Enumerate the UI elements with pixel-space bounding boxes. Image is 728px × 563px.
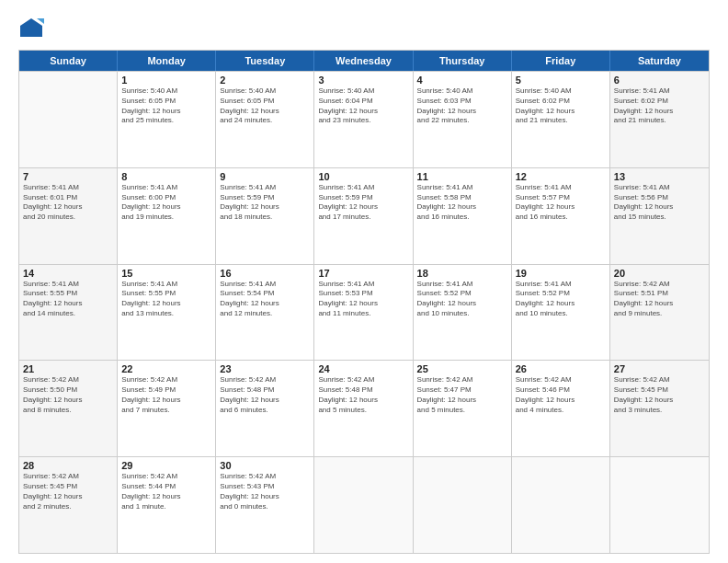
weekday-header: Sunday — [19, 51, 118, 71]
page: SundayMondayTuesdayWednesdayThursdayFrid… — [0, 0, 728, 563]
cell-day-number: 28 — [23, 460, 113, 471]
cell-day-number: 15 — [121, 268, 211, 279]
calendar-cell: 21Sunrise: 5:42 AM Sunset: 5:50 PM Dayli… — [19, 361, 118, 456]
cell-daylight-info: Sunrise: 5:42 AM Sunset: 5:48 PM Dayligh… — [318, 375, 408, 415]
cell-daylight-info: Sunrise: 5:40 AM Sunset: 6:05 PM Dayligh… — [121, 86, 211, 126]
cell-daylight-info: Sunrise: 5:42 AM Sunset: 5:49 PM Dayligh… — [121, 375, 211, 415]
weekday-header: Tuesday — [216, 51, 314, 71]
cell-daylight-info: Sunrise: 5:40 AM Sunset: 6:05 PM Dayligh… — [220, 86, 310, 126]
cell-day-number: 23 — [220, 363, 310, 374]
calendar-cell — [414, 457, 512, 553]
cell-day-number: 29 — [121, 460, 211, 471]
calendar-cell: 10Sunrise: 5:41 AM Sunset: 5:59 PM Dayli… — [314, 168, 413, 264]
weekday-header: Thursday — [414, 51, 512, 71]
header — [18, 17, 710, 42]
cell-day-number: 27 — [614, 363, 705, 374]
calendar-week: 14Sunrise: 5:41 AM Sunset: 5:55 PM Dayli… — [19, 264, 709, 361]
calendar-body: 1Sunrise: 5:40 AM Sunset: 6:05 PM Daylig… — [19, 71, 709, 553]
cell-daylight-info: Sunrise: 5:41 AM Sunset: 5:53 PM Dayligh… — [318, 280, 408, 319]
calendar-cell — [19, 72, 118, 167]
cell-day-number: 20 — [614, 268, 705, 279]
cell-daylight-info: Sunrise: 5:40 AM Sunset: 6:02 PM Dayligh… — [516, 86, 606, 126]
calendar-cell: 17Sunrise: 5:41 AM Sunset: 5:53 PM Dayli… — [314, 265, 413, 361]
cell-day-number: 16 — [220, 268, 310, 279]
calendar-cell: 6Sunrise: 5:41 AM Sunset: 6:02 PM Daylig… — [610, 72, 709, 167]
cell-daylight-info: Sunrise: 5:42 AM Sunset: 5:51 PM Dayligh… — [614, 280, 705, 319]
cell-day-number: 22 — [121, 363, 211, 374]
cell-day-number: 14 — [23, 268, 113, 279]
cell-daylight-info: Sunrise: 5:41 AM Sunset: 6:00 PM Dayligh… — [121, 183, 211, 223]
cell-day-number: 1 — [121, 75, 211, 86]
calendar-cell: 2Sunrise: 5:40 AM Sunset: 6:05 PM Daylig… — [216, 72, 314, 167]
svg-marker-0 — [20, 18, 42, 37]
cell-day-number: 6 — [614, 75, 705, 86]
cell-daylight-info: Sunrise: 5:42 AM Sunset: 5:44 PM Dayligh… — [121, 472, 211, 511]
cell-daylight-info: Sunrise: 5:41 AM Sunset: 5:59 PM Dayligh… — [220, 183, 310, 223]
cell-daylight-info: Sunrise: 5:40 AM Sunset: 6:03 PM Dayligh… — [417, 86, 507, 126]
cell-day-number: 12 — [516, 171, 606, 182]
cell-daylight-info: Sunrise: 5:41 AM Sunset: 5:58 PM Dayligh… — [417, 183, 507, 223]
cell-day-number: 9 — [220, 171, 310, 182]
cell-daylight-info: Sunrise: 5:41 AM Sunset: 5:55 PM Dayligh… — [23, 280, 113, 319]
cell-daylight-info: Sunrise: 5:41 AM Sunset: 5:57 PM Dayligh… — [516, 183, 606, 223]
calendar-week: 28Sunrise: 5:42 AM Sunset: 5:45 PM Dayli… — [19, 456, 709, 553]
calendar-cell: 14Sunrise: 5:41 AM Sunset: 5:55 PM Dayli… — [19, 265, 118, 361]
cell-day-number: 10 — [318, 171, 408, 182]
calendar-cell — [314, 457, 413, 553]
cell-day-number: 30 — [220, 460, 310, 471]
calendar-cell: 23Sunrise: 5:42 AM Sunset: 5:48 PM Dayli… — [216, 361, 314, 456]
cell-daylight-info: Sunrise: 5:41 AM Sunset: 5:52 PM Dayligh… — [417, 280, 507, 319]
cell-day-number: 8 — [121, 171, 211, 182]
calendar-cell: 26Sunrise: 5:42 AM Sunset: 5:46 PM Dayli… — [512, 361, 610, 456]
calendar-cell: 19Sunrise: 5:41 AM Sunset: 5:52 PM Dayli… — [512, 265, 610, 361]
cell-day-number: 13 — [614, 171, 705, 182]
cell-day-number: 11 — [417, 171, 507, 182]
cell-day-number: 2 — [220, 75, 310, 86]
cell-daylight-info: Sunrise: 5:41 AM Sunset: 5:55 PM Dayligh… — [121, 280, 211, 319]
cell-day-number: 19 — [516, 268, 606, 279]
cell-day-number: 26 — [516, 363, 606, 374]
cell-day-number: 24 — [318, 363, 408, 374]
cell-day-number: 18 — [417, 268, 507, 279]
calendar-cell: 7Sunrise: 5:41 AM Sunset: 6:01 PM Daylig… — [19, 168, 118, 264]
calendar-cell: 5Sunrise: 5:40 AM Sunset: 6:02 PM Daylig… — [512, 72, 610, 167]
cell-daylight-info: Sunrise: 5:42 AM Sunset: 5:47 PM Dayligh… — [417, 375, 507, 415]
cell-day-number: 4 — [417, 75, 507, 86]
cell-daylight-info: Sunrise: 5:41 AM Sunset: 5:56 PM Dayligh… — [614, 183, 705, 223]
calendar-cell: 18Sunrise: 5:41 AM Sunset: 5:52 PM Dayli… — [414, 265, 512, 361]
cell-daylight-info: Sunrise: 5:42 AM Sunset: 5:45 PM Dayligh… — [614, 375, 705, 415]
calendar-cell: 9Sunrise: 5:41 AM Sunset: 5:59 PM Daylig… — [216, 168, 314, 264]
cell-daylight-info: Sunrise: 5:41 AM Sunset: 6:02 PM Dayligh… — [614, 86, 705, 126]
calendar-cell: 24Sunrise: 5:42 AM Sunset: 5:48 PM Dayli… — [314, 361, 413, 456]
cell-day-number: 7 — [23, 171, 113, 182]
cell-day-number: 5 — [516, 75, 606, 86]
calendar-cell: 11Sunrise: 5:41 AM Sunset: 5:58 PM Dayli… — [414, 168, 512, 264]
calendar-cell: 3Sunrise: 5:40 AM Sunset: 6:04 PM Daylig… — [314, 72, 413, 167]
cell-daylight-info: Sunrise: 5:42 AM Sunset: 5:45 PM Dayligh… — [23, 472, 113, 511]
calendar-cell: 25Sunrise: 5:42 AM Sunset: 5:47 PM Dayli… — [414, 361, 512, 456]
weekday-header: Monday — [118, 51, 216, 71]
calendar-cell: 8Sunrise: 5:41 AM Sunset: 6:00 PM Daylig… — [118, 168, 216, 264]
cell-day-number: 21 — [23, 363, 113, 374]
calendar-cell: 1Sunrise: 5:40 AM Sunset: 6:05 PM Daylig… — [118, 72, 216, 167]
logo-icon — [18, 17, 44, 42]
cell-day-number: 3 — [318, 75, 408, 86]
calendar-cell: 29Sunrise: 5:42 AM Sunset: 5:44 PM Dayli… — [118, 457, 216, 553]
cell-daylight-info: Sunrise: 5:40 AM Sunset: 6:04 PM Dayligh… — [318, 86, 408, 126]
calendar-cell: 20Sunrise: 5:42 AM Sunset: 5:51 PM Dayli… — [610, 265, 709, 361]
calendar-cell: 30Sunrise: 5:42 AM Sunset: 5:43 PM Dayli… — [216, 457, 314, 553]
cell-daylight-info: Sunrise: 5:42 AM Sunset: 5:43 PM Dayligh… — [220, 472, 310, 511]
calendar-header: SundayMondayTuesdayWednesdayThursdayFrid… — [19, 51, 709, 71]
calendar-cell: 15Sunrise: 5:41 AM Sunset: 5:55 PM Dayli… — [118, 265, 216, 361]
calendar-cell: 16Sunrise: 5:41 AM Sunset: 5:54 PM Dayli… — [216, 265, 314, 361]
weekday-header: Friday — [512, 51, 610, 71]
weekday-header: Wednesday — [314, 51, 413, 71]
calendar-cell: 13Sunrise: 5:41 AM Sunset: 5:56 PM Dayli… — [610, 168, 709, 264]
calendar-cell: 28Sunrise: 5:42 AM Sunset: 5:45 PM Dayli… — [19, 457, 118, 553]
calendar-cell: 4Sunrise: 5:40 AM Sunset: 6:03 PM Daylig… — [414, 72, 512, 167]
cell-day-number: 17 — [318, 268, 408, 279]
weekday-header: Saturday — [610, 51, 709, 71]
calendar-cell — [610, 457, 709, 553]
calendar-cell — [512, 457, 610, 553]
cell-daylight-info: Sunrise: 5:42 AM Sunset: 5:46 PM Dayligh… — [516, 375, 606, 415]
